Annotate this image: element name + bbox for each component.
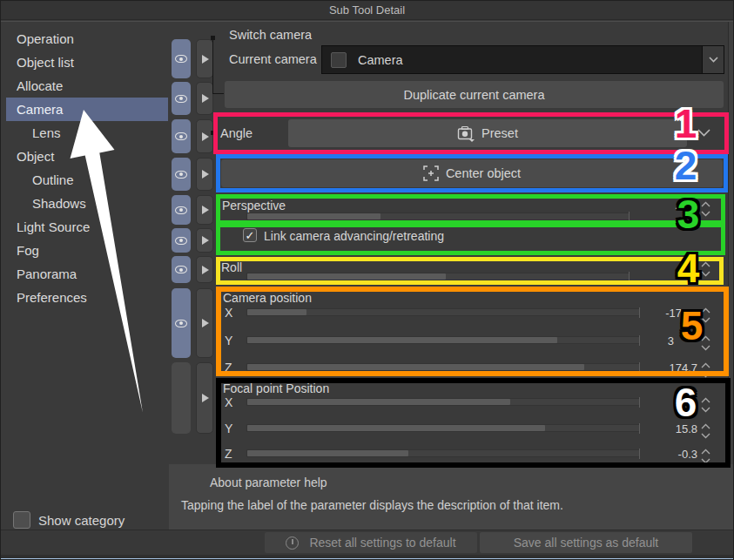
category-sidebar: Operation Object list Allocate Camera Le… <box>6 27 168 309</box>
eye-icon <box>175 95 187 103</box>
sidebar-item-panorama[interactable]: Panorama <box>6 262 168 286</box>
annotation-number-4: 4 <box>677 248 699 288</box>
camera-z-fill <box>247 364 584 370</box>
sidebar-item-preferences[interactable]: Preferences <box>6 286 168 309</box>
reset-all-settings-button[interactable]: Reset all settings to default <box>265 532 477 553</box>
visibility-toggle[interactable] <box>172 288 191 358</box>
perspective-label[interactable]: Perspective <box>222 199 286 213</box>
focal-x-fill <box>247 399 510 405</box>
sidebar-item-operation[interactable]: Operation <box>6 27 168 51</box>
visibility-toggle[interactable] <box>172 119 191 153</box>
duplicate-camera-button[interactable]: Duplicate current camera <box>225 81 724 108</box>
eye-icon <box>175 55 187 63</box>
perspective-spinner[interactable] <box>700 199 711 219</box>
axis-label-x: X <box>225 306 232 320</box>
roll-spinner[interactable] <box>700 260 711 279</box>
camera-x-slider[interactable] <box>246 308 640 316</box>
link-camera-label[interactable]: Link camera advancing/retreating <box>264 229 444 243</box>
camera-position-label[interactable]: Camera position <box>223 291 312 305</box>
visibility-toggle[interactable] <box>172 39 191 78</box>
tree-line <box>212 40 213 94</box>
dropdown-chevron-cell[interactable] <box>702 46 724 73</box>
camera-y-value[interactable]: 3 <box>596 334 674 347</box>
tree-line <box>212 93 224 94</box>
camera-x-spinner[interactable] <box>700 306 711 325</box>
play-icon <box>202 206 209 214</box>
focal-x-slider[interactable] <box>246 398 640 406</box>
focal-position-label[interactable]: Focal point Position <box>223 381 329 395</box>
current-camera-label: Current camera <box>229 52 317 66</box>
sidebar-item-lens[interactable]: Lens <box>6 121 168 145</box>
sidebar-item-light-source[interactable]: Light Source <box>6 215 168 239</box>
roll-label[interactable]: Roll <box>221 260 242 274</box>
expand-button[interactable] <box>196 158 213 191</box>
play-icon <box>202 266 209 274</box>
link-camera-checkbox[interactable] <box>243 228 257 242</box>
camera-z-value[interactable]: 174.7 <box>619 361 697 374</box>
show-category-row: Show category <box>13 511 125 529</box>
play-icon <box>202 94 209 103</box>
save-all-settings-button[interactable]: Save all settings as default <box>480 532 692 553</box>
focal-x-spinner[interactable] <box>700 395 711 415</box>
expand-button[interactable] <box>196 82 213 115</box>
axis-label-y: Y <box>225 422 232 435</box>
focal-z-fill <box>247 450 408 456</box>
focal-z-value[interactable]: -0.3 <box>619 448 697 461</box>
axis-label-z: Z <box>225 447 232 461</box>
sidebar-item-allocate[interactable]: Allocate <box>6 74 168 98</box>
sidebar-item-shadows[interactable]: Shadows <box>6 192 168 215</box>
axis-label-y: Y <box>225 334 232 347</box>
camera-y-fill <box>247 337 557 343</box>
angle-preset-value: Preset <box>481 126 518 140</box>
camera-z-spinner[interactable] <box>700 361 711 380</box>
annotation-box-4-roll <box>216 257 724 285</box>
focal-y-spinner[interactable] <box>700 422 711 441</box>
expand-button[interactable] <box>196 228 213 253</box>
sidebar-item-fog[interactable]: Fog <box>6 239 168 262</box>
perspective-slider[interactable] <box>246 213 630 220</box>
expand-button[interactable] <box>196 119 213 153</box>
expand-button[interactable] <box>196 362 213 434</box>
sidebar-item-object-list[interactable]: Object list <box>6 51 168 74</box>
chevron-down-icon <box>709 57 718 63</box>
help-title: About parameter help <box>210 476 327 489</box>
current-camera-dropdown[interactable]: Camera <box>321 45 724 74</box>
roll-slider-fill <box>247 273 446 280</box>
center-object-button[interactable]: Center object <box>221 159 723 187</box>
angle-preset-dropdown[interactable]: Preset <box>288 119 687 147</box>
focal-z-slider[interactable] <box>246 449 640 457</box>
eye-icon <box>175 237 187 245</box>
visibility-toggle[interactable] <box>172 228 191 253</box>
focal-y-value[interactable]: 15.8 <box>619 422 697 435</box>
camera-x-value[interactable]: -174.3 <box>619 307 697 320</box>
sidebar-item-camera[interactable]: Camera <box>6 98 168 121</box>
eye-icon <box>175 132 187 140</box>
expand-button[interactable] <box>196 195 213 225</box>
title-bar[interactable]: Sub Tool Detail <box>1 1 733 20</box>
visibility-toggle-off[interactable] <box>172 362 191 434</box>
show-category-checkbox[interactable] <box>13 511 30 529</box>
camera-y-spinner[interactable] <box>700 334 711 353</box>
roll-slider[interactable] <box>246 273 630 280</box>
annotation-number-6: 6 <box>675 382 697 422</box>
reset-icon <box>286 536 299 550</box>
visibility-toggle[interactable] <box>172 158 191 191</box>
sidebar-item-object[interactable]: Object <box>6 145 168 168</box>
sidebar-item-outline[interactable]: Outline <box>6 168 168 192</box>
camera-y-slider[interactable] <box>246 336 640 344</box>
expand-button[interactable] <box>196 39 213 78</box>
visibility-toggle[interactable] <box>172 256 191 283</box>
expand-button[interactable] <box>196 256 213 283</box>
camera-z-slider[interactable] <box>246 363 640 371</box>
expand-button[interactable] <box>196 288 213 358</box>
visibility-toggle[interactable] <box>172 195 191 225</box>
scrollbar-track[interactable] <box>728 22 734 530</box>
eye-icon <box>175 206 187 214</box>
focal-y-slider[interactable] <box>246 424 640 432</box>
chevron-down-icon[interactable] <box>697 129 710 137</box>
focal-z-spinner[interactable] <box>700 447 711 466</box>
help-panel <box>169 464 734 530</box>
perspective-value[interactable]: 4.73 <box>619 200 697 213</box>
camera-x-fill <box>247 309 306 315</box>
visibility-toggle[interactable] <box>172 82 191 115</box>
